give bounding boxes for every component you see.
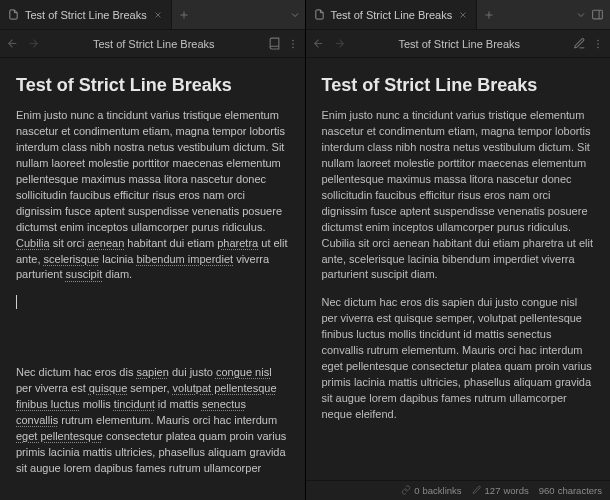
char-count-status[interactable]: 960 characters	[539, 485, 602, 496]
right-titlebar: Test of Strict Line Breaks	[306, 0, 611, 30]
forward-icon[interactable]	[333, 37, 346, 50]
right-tab-title: Test of Strict Line Breaks	[331, 9, 453, 21]
left-heading: Test of Strict Line Breaks	[16, 72, 289, 98]
svg-point-18	[597, 43, 599, 45]
close-icon[interactable]	[458, 10, 468, 20]
svg-rect-13	[593, 10, 603, 19]
left-doc-title: Test of Strict Line Breaks	[48, 38, 260, 50]
editor-paragraph-1: Enim justo nunc a tincidunt varius trist…	[16, 108, 289, 283]
left-tab-title: Test of Strict Line Breaks	[25, 9, 147, 21]
left-editor[interactable]: Test of Strict Line Breaks Enim justo nu…	[0, 58, 305, 500]
right-tab[interactable]: Test of Strict Line Breaks	[306, 0, 478, 29]
word-count-status[interactable]: 127 words	[472, 485, 529, 497]
new-tab-button[interactable]	[483, 9, 495, 21]
left-tab[interactable]: Test of Strict Line Breaks	[0, 0, 172, 29]
file-icon	[314, 9, 325, 20]
back-icon[interactable]	[6, 37, 19, 50]
preview-paragraph-1: Enim justo nunc a tincidunt varius trist…	[322, 108, 595, 283]
left-titlebar: Test of Strict Line Breaks	[0, 0, 305, 30]
file-icon	[8, 9, 19, 20]
right-preview[interactable]: Test of Strict Line Breaks Enim justo nu…	[306, 58, 611, 480]
right-pane: Test of Strict Line Breaks Test of Stric…	[306, 0, 611, 500]
svg-point-8	[292, 46, 294, 48]
preview-paragraph-2: Nec dictum hac eros dis sapien dui justo…	[322, 295, 595, 423]
chevron-down-icon[interactable]	[289, 9, 301, 21]
more-icon[interactable]	[287, 38, 299, 50]
edit-view-icon[interactable]	[573, 37, 586, 50]
text-cursor	[16, 295, 289, 309]
statusbar: 0 backlinks 127 words 960 characters	[306, 480, 611, 500]
new-tab-button[interactable]	[178, 9, 190, 21]
left-pane: Test of Strict Line Breaks Test of Stric…	[0, 0, 306, 500]
forward-icon[interactable]	[27, 37, 40, 50]
right-heading: Test of Strict Line Breaks	[322, 72, 595, 98]
editor-paragraph-2: Nec dictum hac eros dis sapien dui justo…	[16, 365, 289, 477]
left-toolbar: Test of Strict Line Breaks	[0, 30, 305, 58]
chevron-down-icon[interactable]	[575, 9, 587, 21]
sidebar-toggle-icon[interactable]	[591, 8, 604, 21]
right-doc-title: Test of Strict Line Breaks	[354, 38, 566, 50]
backlinks-status[interactable]: 0 backlinks	[401, 485, 461, 497]
close-icon[interactable]	[153, 10, 163, 20]
reading-view-icon[interactable]	[268, 37, 281, 50]
back-icon[interactable]	[312, 37, 325, 50]
link-icon	[401, 485, 411, 497]
right-toolbar: Test of Strict Line Breaks	[306, 30, 611, 58]
svg-point-6	[292, 39, 294, 41]
more-icon[interactable]	[592, 38, 604, 50]
svg-point-19	[597, 46, 599, 48]
svg-point-17	[597, 39, 599, 41]
pencil-icon	[472, 485, 482, 497]
svg-point-7	[292, 43, 294, 45]
